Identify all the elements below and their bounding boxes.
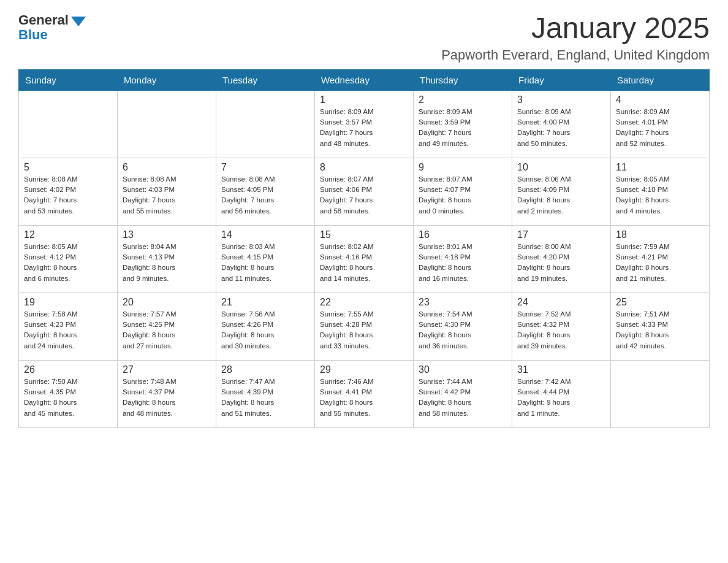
day-number: 5 [24, 162, 112, 173]
day-info: Sunrise: 7:42 AM Sunset: 4:44 PM Dayligh… [517, 377, 605, 419]
day-info: Sunrise: 7:52 AM Sunset: 4:32 PM Dayligh… [517, 309, 605, 351]
calendar-cell: 4Sunrise: 8:09 AM Sunset: 4:01 PM Daylig… [611, 90, 710, 158]
logo: General Blue [18, 12, 86, 43]
calendar-cell: 27Sunrise: 7:48 AM Sunset: 4:37 PM Dayli… [118, 360, 216, 427]
day-info: Sunrise: 8:08 AM Sunset: 4:02 PM Dayligh… [24, 174, 112, 216]
calendar-cell: 20Sunrise: 7:57 AM Sunset: 4:25 PM Dayli… [118, 293, 216, 360]
title-section: January 2025 Papworth Everard, England, … [441, 12, 710, 63]
calendar-header-thursday: Thursday [414, 69, 512, 90]
day-number: 19 [24, 297, 112, 308]
logo-general-text: General [18, 12, 69, 28]
day-info: Sunrise: 8:03 AM Sunset: 4:15 PM Dayligh… [221, 242, 309, 284]
logo-arrow-icon [71, 17, 86, 26]
day-info: Sunrise: 7:50 AM Sunset: 4:35 PM Dayligh… [24, 377, 112, 419]
calendar-cell: 8Sunrise: 8:07 AM Sunset: 4:06 PM Daylig… [315, 158, 414, 225]
day-number: 23 [419, 297, 507, 308]
day-number: 18 [616, 229, 704, 240]
day-number: 26 [24, 364, 112, 375]
day-info: Sunrise: 7:59 AM Sunset: 4:21 PM Dayligh… [616, 242, 704, 284]
day-info: Sunrise: 7:55 AM Sunset: 4:28 PM Dayligh… [320, 309, 408, 351]
logo-blue-text: Blue [18, 27, 48, 43]
day-info: Sunrise: 8:00 AM Sunset: 4:20 PM Dayligh… [517, 242, 605, 284]
day-number: 2 [419, 94, 507, 105]
day-info: Sunrise: 8:09 AM Sunset: 3:57 PM Dayligh… [320, 107, 408, 149]
calendar-cell: 19Sunrise: 7:58 AM Sunset: 4:23 PM Dayli… [19, 293, 118, 360]
calendar-cell: 2Sunrise: 8:09 AM Sunset: 3:59 PM Daylig… [414, 90, 512, 158]
page-header: General Blue January 2025 Papworth Evera… [18, 12, 710, 63]
location-text: Papworth Everard, England, United Kingdo… [441, 47, 710, 63]
day-number: 13 [123, 229, 211, 240]
calendar-cell: 6Sunrise: 8:08 AM Sunset: 4:03 PM Daylig… [118, 158, 216, 225]
day-number: 22 [320, 297, 408, 308]
day-number: 24 [517, 297, 605, 308]
calendar-cell: 28Sunrise: 7:47 AM Sunset: 4:39 PM Dayli… [216, 360, 315, 427]
day-info: Sunrise: 8:02 AM Sunset: 4:16 PM Dayligh… [320, 242, 408, 284]
calendar-cell: 11Sunrise: 8:05 AM Sunset: 4:10 PM Dayli… [611, 158, 710, 225]
calendar-cell: 3Sunrise: 8:09 AM Sunset: 4:00 PM Daylig… [512, 90, 611, 158]
calendar-cell: 15Sunrise: 8:02 AM Sunset: 4:16 PM Dayli… [315, 225, 414, 293]
calendar-cell: 31Sunrise: 7:42 AM Sunset: 4:44 PM Dayli… [512, 360, 611, 427]
day-number: 28 [221, 364, 309, 375]
week-row-4: 19Sunrise: 7:58 AM Sunset: 4:23 PM Dayli… [19, 293, 710, 360]
day-number: 14 [221, 229, 309, 240]
day-number: 31 [517, 364, 605, 375]
day-info: Sunrise: 8:04 AM Sunset: 4:13 PM Dayligh… [123, 242, 211, 284]
day-info: Sunrise: 8:07 AM Sunset: 4:07 PM Dayligh… [419, 174, 507, 216]
day-number: 20 [123, 297, 211, 308]
calendar-cell: 25Sunrise: 7:51 AM Sunset: 4:33 PM Dayli… [611, 293, 710, 360]
day-info: Sunrise: 8:08 AM Sunset: 4:03 PM Dayligh… [123, 174, 211, 216]
day-info: Sunrise: 7:54 AM Sunset: 4:30 PM Dayligh… [419, 309, 507, 351]
calendar-header-saturday: Saturday [611, 69, 710, 90]
day-number: 6 [123, 162, 211, 173]
day-number: 17 [517, 229, 605, 240]
calendar-cell: 5Sunrise: 8:08 AM Sunset: 4:02 PM Daylig… [19, 158, 118, 225]
calendar-cell [118, 90, 216, 158]
calendar-cell: 18Sunrise: 7:59 AM Sunset: 4:21 PM Dayli… [611, 225, 710, 293]
calendar-cell: 10Sunrise: 8:06 AM Sunset: 4:09 PM Dayli… [512, 158, 611, 225]
calendar-header-wednesday: Wednesday [315, 69, 414, 90]
calendar-cell: 9Sunrise: 8:07 AM Sunset: 4:07 PM Daylig… [414, 158, 512, 225]
day-number: 16 [419, 229, 507, 240]
day-number: 30 [419, 364, 507, 375]
month-title: January 2025 [441, 12, 710, 45]
calendar-cell: 16Sunrise: 8:01 AM Sunset: 4:18 PM Dayli… [414, 225, 512, 293]
day-number: 27 [123, 364, 211, 375]
calendar-cell: 14Sunrise: 8:03 AM Sunset: 4:15 PM Dayli… [216, 225, 315, 293]
day-info: Sunrise: 7:57 AM Sunset: 4:25 PM Dayligh… [123, 309, 211, 351]
day-number: 1 [320, 94, 408, 105]
day-number: 15 [320, 229, 408, 240]
week-row-3: 12Sunrise: 8:05 AM Sunset: 4:12 PM Dayli… [19, 225, 710, 293]
week-row-1: 1Sunrise: 8:09 AM Sunset: 3:57 PM Daylig… [19, 90, 710, 158]
calendar-cell: 24Sunrise: 7:52 AM Sunset: 4:32 PM Dayli… [512, 293, 611, 360]
day-number: 25 [616, 297, 704, 308]
day-number: 10 [517, 162, 605, 173]
calendar-cell: 23Sunrise: 7:54 AM Sunset: 4:30 PM Dayli… [414, 293, 512, 360]
calendar-cell: 29Sunrise: 7:46 AM Sunset: 4:41 PM Dayli… [315, 360, 414, 427]
calendar-header-friday: Friday [512, 69, 611, 90]
calendar-cell: 13Sunrise: 8:04 AM Sunset: 4:13 PM Dayli… [118, 225, 216, 293]
calendar-cell: 22Sunrise: 7:55 AM Sunset: 4:28 PM Dayli… [315, 293, 414, 360]
day-info: Sunrise: 8:08 AM Sunset: 4:05 PM Dayligh… [221, 174, 309, 216]
calendar-cell [611, 360, 710, 427]
calendar-cell: 7Sunrise: 8:08 AM Sunset: 4:05 PM Daylig… [216, 158, 315, 225]
day-info: Sunrise: 8:01 AM Sunset: 4:18 PM Dayligh… [419, 242, 507, 284]
calendar-cell: 21Sunrise: 7:56 AM Sunset: 4:26 PM Dayli… [216, 293, 315, 360]
day-info: Sunrise: 8:09 AM Sunset: 3:59 PM Dayligh… [419, 107, 507, 149]
calendar-header-row: SundayMondayTuesdayWednesdayThursdayFrid… [19, 69, 710, 90]
day-number: 12 [24, 229, 112, 240]
day-number: 21 [221, 297, 309, 308]
day-number: 7 [221, 162, 309, 173]
day-info: Sunrise: 7:51 AM Sunset: 4:33 PM Dayligh… [616, 309, 704, 351]
week-row-5: 26Sunrise: 7:50 AM Sunset: 4:35 PM Dayli… [19, 360, 710, 427]
day-info: Sunrise: 8:06 AM Sunset: 4:09 PM Dayligh… [517, 174, 605, 216]
calendar-cell [216, 90, 315, 158]
day-info: Sunrise: 8:05 AM Sunset: 4:10 PM Dayligh… [616, 174, 704, 216]
day-info: Sunrise: 7:44 AM Sunset: 4:42 PM Dayligh… [419, 377, 507, 419]
logo-top: General [18, 12, 86, 28]
day-number: 11 [616, 162, 704, 173]
day-info: Sunrise: 8:09 AM Sunset: 4:01 PM Dayligh… [616, 107, 704, 149]
week-row-2: 5Sunrise: 8:08 AM Sunset: 4:02 PM Daylig… [19, 158, 710, 225]
day-number: 3 [517, 94, 605, 105]
day-number: 9 [419, 162, 507, 173]
calendar-cell [19, 90, 118, 158]
